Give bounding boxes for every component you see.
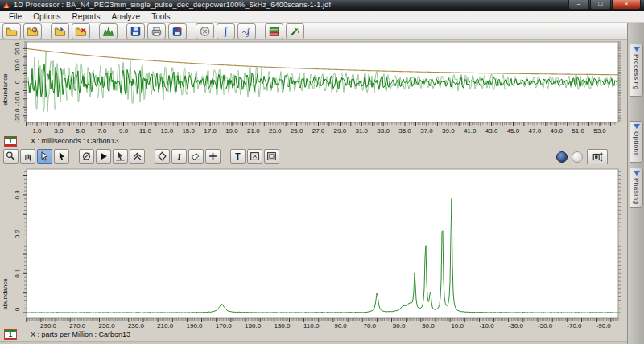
- box-updown-icon: [592, 151, 604, 163]
- y-tick-label: -20.0: [14, 108, 21, 123]
- x-tick-label: 30.0: [422, 322, 435, 329]
- menu-bar: FileOptionsReportsAnalyzeTools: [0, 11, 644, 23]
- panel-tab-label: Options: [633, 131, 640, 156]
- open-special-button[interactable]: [23, 23, 42, 39]
- dimension-red-stripe: [5, 144, 16, 146]
- x-tick-label: 9.0: [119, 127, 129, 135]
- x-tick-label: 17.0: [204, 127, 217, 135]
- x-tick-label: 110.0: [303, 322, 320, 329]
- x-tick-label: 5.0: [76, 127, 85, 135]
- spectrum-display-button[interactable]: [99, 23, 118, 39]
- fine-knob[interactable]: [572, 151, 583, 163]
- minimize-button[interactable]: –: [568, 0, 589, 10]
- stack-plot-button[interactable]: [265, 23, 283, 39]
- menu-analyze[interactable]: Analyze: [106, 12, 147, 21]
- y-tick-label: 0.2: [14, 229, 21, 238]
- spectrum-chart[interactable]: 290.0270.0250.0230.0210.0190.0170.0150.0…: [0, 165, 627, 329]
- status-strip: [0, 341, 644, 344]
- expand-panel-button[interactable]: [587, 149, 608, 164]
- app-icon: [2, 2, 10, 10]
- box-x-icon: [249, 151, 261, 162]
- open-data-button[interactable]: [2, 23, 21, 39]
- expand-tool-button[interactable]: [130, 149, 145, 164]
- panel-tab-options[interactable]: Options: [630, 121, 643, 163]
- pointer-tool-button[interactable]: [54, 149, 69, 164]
- hand-icon: [22, 151, 34, 162]
- toolbar-group: [126, 23, 187, 39]
- abort-button[interactable]: [196, 23, 214, 39]
- integral-tool-button[interactable]: I: [171, 149, 187, 164]
- folder-open-icon: [6, 26, 18, 37]
- panel-tab-label: Processing: [633, 54, 640, 90]
- magnifier-icon: [5, 151, 17, 162]
- clear-tool-button[interactable]: [79, 149, 94, 164]
- triangle-icon: [634, 171, 640, 176]
- print-button[interactable]: [147, 23, 166, 39]
- panel-tab-phasing[interactable]: Phasing: [630, 168, 643, 208]
- close-button[interactable]: ×: [612, 0, 641, 10]
- x-tick-label: 170.0: [216, 322, 233, 329]
- diamond-tool-button[interactable]: [155, 149, 170, 164]
- region-tool-button[interactable]: [247, 149, 262, 164]
- integrate-button[interactable]: ∫: [217, 23, 235, 39]
- x-tick-label: 270.0: [69, 322, 86, 329]
- menu-file[interactable]: File: [3, 12, 27, 21]
- cursor-icon: [56, 151, 68, 162]
- x-tick-label: 23.0: [269, 127, 282, 135]
- y-tick-label: 0.3: [14, 190, 21, 200]
- x-tick-label: 19.0: [225, 127, 238, 135]
- text-tool-button[interactable]: T: [230, 149, 246, 164]
- x-tick-label: 37.0: [420, 127, 433, 135]
- x-tick-label: 50.0: [393, 322, 406, 329]
- x-tick-label: 41.0: [464, 127, 477, 135]
- pointer-baseline-tool-button[interactable]: [113, 149, 128, 164]
- title-bar: 1D Processor : BA_N4_PEG3mm_single_pulse…: [0, 0, 644, 11]
- import-data-button[interactable]: [51, 23, 69, 39]
- x-tick-label: 13.0: [161, 127, 174, 135]
- select-tool-button[interactable]: [37, 149, 52, 164]
- add-tool-button[interactable]: [205, 149, 221, 164]
- fourier-button[interactable]: ∫: [237, 23, 256, 39]
- floppy-icon: [130, 26, 142, 37]
- y-tick-label: 10.0: [14, 59, 21, 72]
- toolbar-group: [51, 23, 90, 39]
- play-icon: [97, 151, 109, 162]
- auto-knob[interactable]: [556, 151, 568, 163]
- spectrum-dimension-tab[interactable]: 1: [4, 329, 17, 340]
- dimension-red-stripe: [5, 338, 16, 339]
- integral-curve-icon: ∫: [241, 26, 253, 37]
- right-panel-tabs: ProcessingOptionsPhasing: [627, 23, 644, 344]
- integral-icon: ∫: [220, 26, 232, 37]
- y-tick-label: 20.0: [14, 42, 21, 55]
- close-data-button[interactable]: [72, 23, 90, 39]
- fid-chart[interactable]: 1.03.05.07.09.011.013.015.017.019.021.02…: [0, 41, 627, 136]
- spectrum-plot-area[interactable]: [27, 169, 618, 318]
- wand-icon: [289, 26, 301, 37]
- floppy-export-icon: [171, 26, 184, 37]
- layers-icon: [268, 26, 280, 37]
- panel-tab-label: Phasing: [633, 178, 640, 204]
- dimension-green-stripe: [5, 330, 16, 332]
- play-tool-button[interactable]: [96, 149, 111, 164]
- zoom-tool-button[interactable]: [3, 149, 19, 164]
- menu-options[interactable]: Options: [27, 12, 66, 21]
- toolbar-group: [265, 23, 304, 39]
- panel-tab-processing[interactable]: Processing: [630, 44, 643, 97]
- maximize-button[interactable]: □: [590, 0, 611, 10]
- layout-tool-button[interactable]: [264, 149, 279, 164]
- x-tick-label: 49.0: [550, 127, 563, 135]
- process-button[interactable]: [286, 23, 304, 39]
- pan-tool-button[interactable]: [20, 149, 35, 164]
- menu-tools[interactable]: Tools: [146, 12, 175, 21]
- x-tick-label: 51.0: [572, 127, 584, 135]
- eraser-tool-button[interactable]: [188, 149, 204, 164]
- pointer-baseline-icon: [114, 151, 126, 162]
- x-tick-label: 35.0: [398, 127, 411, 135]
- export-button[interactable]: [168, 23, 187, 39]
- spectrum-toolbar: IT: [0, 147, 627, 165]
- save-button[interactable]: [126, 23, 145, 39]
- x-tick-label: -50.0: [538, 322, 553, 329]
- fid-dimension-tab[interactable]: 1: [4, 136, 17, 147]
- menu-reports[interactable]: Reports: [67, 12, 106, 21]
- text-t-icon: T: [232, 151, 244, 162]
